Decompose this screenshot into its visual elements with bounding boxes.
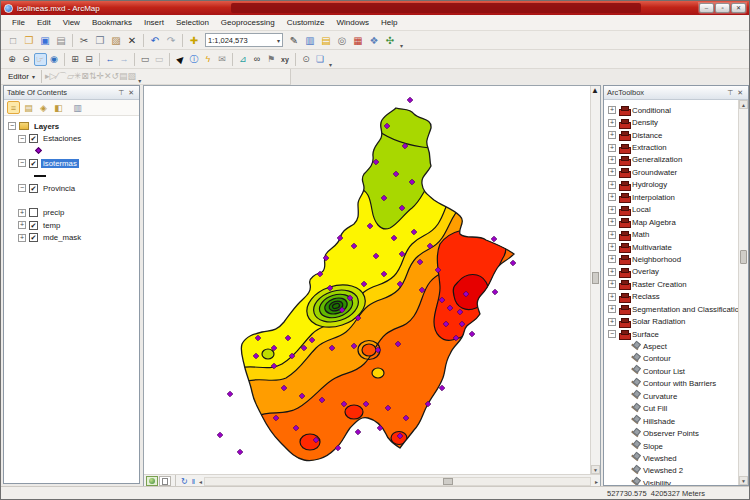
expand-icon[interactable]: +	[608, 193, 616, 201]
editor-tool-icon[interactable]: ▱	[67, 71, 74, 81]
layer-label[interactable]: isotermas	[41, 159, 79, 168]
python-button[interactable]: ❖	[367, 33, 382, 48]
layer-visibility-checkbox[interactable]: ✔	[29, 221, 38, 230]
editor-tool-icon[interactable]: ▧	[128, 71, 137, 81]
toolbox-label[interactable]: Conditional	[632, 106, 671, 115]
tool-observer-points[interactable]: Observer Points	[608, 427, 748, 439]
maximize-button[interactable]: ▫	[715, 3, 730, 13]
identify-button[interactable]: ⓘ	[188, 53, 201, 66]
collapse-icon[interactable]: −	[18, 159, 26, 167]
layer-label[interactable]: mde_mask	[41, 233, 83, 242]
station-point[interactable]	[237, 449, 243, 455]
collapse-icon[interactable]: −	[608, 330, 616, 338]
tool-cut-fill[interactable]: Cut Fill	[608, 403, 748, 415]
layer-row-temp[interactable]: +✔temp	[4, 219, 139, 231]
toolbox-label[interactable]: Hydrology	[632, 180, 667, 189]
toolbox-distance[interactable]: +Distance	[608, 129, 748, 141]
expand-icon[interactable]: +	[608, 268, 616, 276]
menu-edit[interactable]: Edit	[32, 16, 56, 29]
menu-file[interactable]: File	[7, 16, 30, 29]
expand-icon[interactable]: +	[608, 206, 616, 214]
undo-button[interactable]: ↶	[148, 33, 163, 48]
expand-icon[interactable]: +	[18, 234, 26, 242]
tool-viewshed-2[interactable]: Viewshed 2	[608, 465, 748, 477]
scroll-left-icon[interactable]: ◂	[199, 478, 202, 485]
fixed-zoom-in-button[interactable]: ⊞	[69, 53, 82, 66]
map-horizontal-scrollbar[interactable]	[204, 477, 591, 486]
tool-contour-list[interactable]: Contour List	[608, 365, 748, 377]
layer-label[interactable]: Provincia	[41, 184, 77, 193]
toolbox-segmentation-and-classification[interactable]: +Segmentation and Classification	[608, 303, 748, 315]
map-vertical-scrollbar[interactable]: ▲ ▼	[590, 86, 600, 474]
editor-tool-icon[interactable]: ▤	[119, 71, 128, 81]
html-popup-button[interactable]: ✉	[216, 53, 229, 66]
layer-row-estaciones[interactable]: −✔Estaciones	[4, 132, 139, 144]
pin-icon[interactable]: ⊤	[116, 89, 126, 97]
station-point[interactable]	[491, 236, 497, 242]
list-by-visibility-button[interactable]: ◈	[37, 101, 50, 114]
refresh-view-button[interactable]: ↻	[181, 477, 188, 486]
toolbox-label[interactable]: Map Algebra	[632, 218, 676, 227]
select-features-button[interactable]: ▭	[139, 53, 152, 66]
menu-view[interactable]: View	[58, 16, 85, 29]
toolbox-label[interactable]: Multivariate	[632, 243, 672, 252]
station-point[interactable]	[227, 391, 233, 397]
toolbox-multivariate[interactable]: +Multivariate	[608, 241, 748, 253]
expand-icon[interactable]: +	[608, 255, 616, 263]
toolbox-label[interactable]: Generalization	[632, 155, 682, 164]
toolbox-reclass[interactable]: +Reclass	[608, 291, 748, 303]
paste-button[interactable]: ▨	[109, 33, 124, 48]
layer-visibility-checkbox[interactable]: ✔	[29, 134, 38, 143]
layout-view-button[interactable]	[159, 476, 171, 486]
editor-tool-icon[interactable]: ✛	[96, 71, 104, 81]
title-bar[interactable]: isolineas.mxd - ArcMap –▫✕	[1, 1, 749, 15]
list-by-selection-button[interactable]: ◧	[52, 101, 65, 114]
tool-slope[interactable]: Slope	[608, 440, 748, 452]
menu-windows[interactable]: Windows	[331, 16, 373, 29]
viewer-window-button[interactable]: ❏	[314, 53, 327, 66]
expand-icon[interactable]: +	[608, 181, 616, 189]
delete-button[interactable]: ✕	[125, 33, 140, 48]
toolbox-label[interactable]: Neighborhood	[632, 255, 681, 264]
layer-row-isotermas[interactable]: −✔isotermas	[4, 157, 139, 169]
search-button[interactable]: ◎	[335, 33, 350, 48]
print-button[interactable]: ▤	[54, 33, 69, 48]
tool-visibility[interactable]: Visibility	[608, 477, 748, 485]
expand-icon[interactable]: +	[608, 168, 616, 176]
list-by-source-button[interactable]: ▤	[22, 101, 35, 114]
new-button[interactable]: □	[6, 33, 21, 48]
expand-icon[interactable]: +	[608, 305, 616, 313]
tool-curvature[interactable]: Curvature	[608, 390, 748, 402]
map-canvas[interactable]	[144, 86, 591, 474]
menu-customize[interactable]: Customize	[282, 16, 330, 29]
editor-menu[interactable]: Editor▾	[5, 72, 38, 81]
layer-row-mde_mask[interactable]: +✔mde_mask	[4, 232, 139, 244]
expand-icon[interactable]: +	[608, 156, 616, 164]
editor-tool-icon[interactable]: ⌒	[58, 71, 67, 81]
tool-contour-with-barriers[interactable]: Contour with Barriers	[608, 378, 748, 390]
arctoolbox-button[interactable]: ▦	[351, 33, 366, 48]
forward-extent-button[interactable]: →	[118, 53, 131, 66]
measure-button[interactable]: ⊿	[237, 53, 250, 66]
zoom-out-button[interactable]: ⊖	[20, 53, 33, 66]
line-symbol-icon[interactable]	[34, 175, 46, 177]
layer-label[interactable]: precip	[41, 208, 66, 217]
toolbar-overflow-button[interactable]: ▾	[138, 77, 141, 84]
tool-label[interactable]: Contour	[643, 354, 671, 363]
clear-selection-button[interactable]: ▭	[153, 53, 166, 66]
expand-icon[interactable]: +	[608, 119, 616, 127]
station-point[interactable]	[217, 432, 223, 438]
save-button[interactable]: ▣	[38, 33, 53, 48]
station-point[interactable]	[439, 385, 445, 391]
catalog-button[interactable]: ▤	[319, 33, 334, 48]
find-route-button[interactable]: ⚑	[265, 53, 278, 66]
expand-icon[interactable]: +	[18, 221, 26, 229]
map-scale-combo[interactable]: 1:1,024,573▾	[205, 33, 283, 47]
expand-icon[interactable]: +	[608, 131, 616, 139]
editor-tool-icon[interactable]: ⊠	[81, 71, 89, 81]
tool-label[interactable]: Visibility	[643, 479, 671, 485]
layer-label[interactable]: Estaciones	[41, 134, 83, 143]
cut-button[interactable]: ✂	[77, 33, 92, 48]
layer-label[interactable]: Layers	[32, 122, 61, 131]
toc-options-button[interactable]: ▥	[71, 101, 84, 114]
